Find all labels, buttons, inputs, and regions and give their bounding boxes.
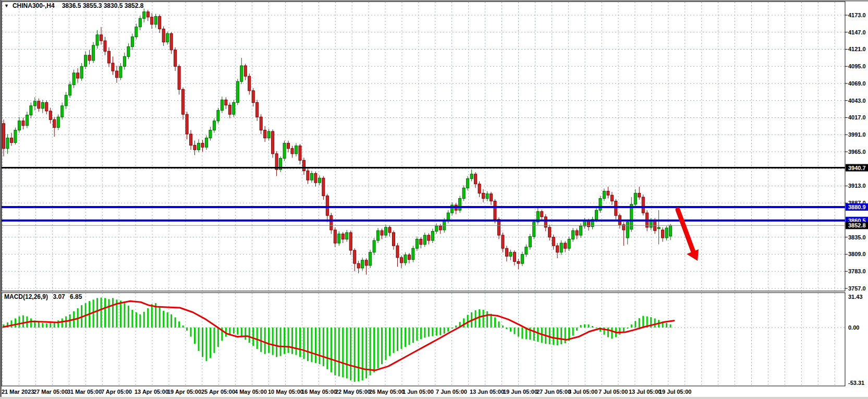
price-tick-label: 3835.0 bbox=[848, 234, 866, 240]
candle-body bbox=[462, 188, 465, 198]
date-axis-label: 26 May 05:00 bbox=[369, 389, 405, 395]
candle-body bbox=[346, 233, 348, 239]
macd-histogram-bar bbox=[342, 328, 344, 378]
macd-histogram-bar bbox=[580, 325, 582, 328]
candle-body bbox=[53, 119, 56, 127]
macd-signal-value: 6.85 bbox=[70, 293, 82, 300]
macd-histogram-bar bbox=[233, 328, 235, 334]
macd-histogram-bar bbox=[307, 328, 309, 361]
candle-body bbox=[657, 227, 660, 229]
price-panel[interactable] bbox=[2, 2, 845, 291]
candle-body bbox=[544, 217, 547, 227]
candle-body bbox=[521, 254, 523, 263]
candle-body bbox=[92, 45, 95, 61]
price-tick-label: 4017.0 bbox=[848, 114, 866, 120]
macd-histogram-bar bbox=[276, 328, 277, 357]
macd-histogram-bar bbox=[128, 306, 129, 328]
candle-body bbox=[240, 66, 243, 81]
candle-body bbox=[198, 143, 200, 150]
chart-menu-arrow-icon[interactable]: ▼ bbox=[4, 3, 9, 8]
date-axis-label: 13 Jun 05:00 bbox=[470, 389, 504, 395]
date-axis-label: 19 Jun 05:00 bbox=[503, 389, 537, 395]
macd-histogram-bar bbox=[139, 315, 141, 328]
macd-histogram-bar bbox=[670, 324, 671, 328]
candle-body bbox=[291, 149, 294, 154]
candle-body bbox=[151, 17, 153, 25]
macd-histogram-bar bbox=[331, 328, 332, 372]
candle-body bbox=[287, 143, 290, 149]
candle-body bbox=[568, 239, 570, 249]
candle-body bbox=[474, 174, 477, 184]
date-axis-label: 3 Jul 05:00 bbox=[568, 389, 597, 395]
price-tick-label: 3965.0 bbox=[848, 149, 866, 155]
price-level-label: 3940.7 bbox=[848, 165, 866, 171]
price-tick-label: 4173.0 bbox=[848, 12, 866, 18]
candle-body bbox=[264, 130, 266, 138]
candle-body bbox=[525, 247, 528, 255]
chart-canvas[interactable]: 4173.04147.04121.04095.04069.04043.04017… bbox=[0, 0, 868, 399]
macd-histogram-bar bbox=[334, 328, 336, 376]
macd-histogram-bar bbox=[182, 325, 184, 328]
candle-body bbox=[615, 201, 617, 215]
candle-body bbox=[33, 101, 36, 106]
macd-histogram-bar bbox=[405, 328, 406, 347]
candle-body bbox=[225, 100, 227, 105]
candle-body bbox=[322, 178, 325, 196]
macd-histogram-bar bbox=[311, 328, 312, 362]
macd-histogram-bar bbox=[639, 318, 640, 328]
macd-axis-zero: 0.00 bbox=[848, 324, 859, 331]
macd-histogram-bar bbox=[483, 310, 484, 328]
chart-symbol-timeframe: CHINA300-,H4 bbox=[13, 2, 55, 9]
macd-histogram-bar bbox=[510, 328, 511, 332]
macd-histogram-bar bbox=[190, 328, 192, 337]
macd-histogram-bar bbox=[588, 324, 590, 328]
candle-body bbox=[365, 260, 368, 265]
candle-body bbox=[18, 121, 20, 130]
price-tick-label: 4043.0 bbox=[848, 98, 866, 104]
macd-histogram-bar bbox=[213, 328, 215, 353]
candle-body bbox=[310, 174, 313, 180]
candle-body bbox=[41, 103, 44, 108]
candle-body bbox=[610, 195, 613, 201]
candle-body bbox=[576, 231, 578, 235]
macd-histogram-bar bbox=[451, 328, 453, 329]
candle-body bbox=[107, 51, 110, 63]
macd-histogram-bar bbox=[518, 328, 519, 337]
candle-body bbox=[119, 66, 122, 77]
candle-body bbox=[490, 194, 493, 201]
date-axis-label: 16 May 05:00 bbox=[301, 389, 337, 395]
candle-body bbox=[14, 130, 17, 142]
price-level-label: 3852.8 bbox=[848, 222, 866, 228]
candle-body bbox=[80, 66, 83, 78]
date-axis-label: 7 Jun 05:00 bbox=[436, 389, 467, 395]
macd-histogram-bar bbox=[268, 328, 270, 353]
price-tick-label: 4147.0 bbox=[848, 29, 866, 35]
macd-histogram-bar bbox=[96, 298, 98, 328]
candle-body bbox=[272, 131, 274, 154]
candle-body bbox=[146, 12, 149, 17]
macd-histogram-bar bbox=[358, 328, 359, 381]
macd-histogram-bar bbox=[432, 328, 433, 336]
macd-histogram-bar bbox=[592, 326, 593, 328]
macd-histogram-bar bbox=[521, 328, 523, 338]
candle-body bbox=[439, 226, 442, 230]
candle-body bbox=[26, 115, 28, 125]
candle-body bbox=[178, 66, 180, 89]
candle-body bbox=[385, 227, 387, 235]
macd-histogram-bar bbox=[654, 318, 656, 328]
candle-body bbox=[252, 91, 254, 103]
macd-histogram-bar bbox=[249, 328, 250, 343]
candle-body bbox=[404, 255, 407, 263]
candle-body bbox=[435, 226, 438, 231]
candle-body bbox=[595, 210, 597, 220]
candle-body bbox=[72, 73, 75, 85]
candle-body bbox=[564, 243, 567, 248]
candle-body bbox=[607, 191, 609, 196]
candle-body bbox=[236, 81, 239, 102]
candle-body bbox=[260, 117, 262, 130]
macd-histogram-bar bbox=[350, 328, 351, 380]
macd-histogram-bar bbox=[210, 328, 211, 358]
macd-histogram-bar bbox=[319, 328, 320, 364]
macd-indicator-header: MACD(12,26,9) 3.07 6.85 bbox=[4, 293, 85, 300]
candle-body bbox=[135, 27, 138, 37]
